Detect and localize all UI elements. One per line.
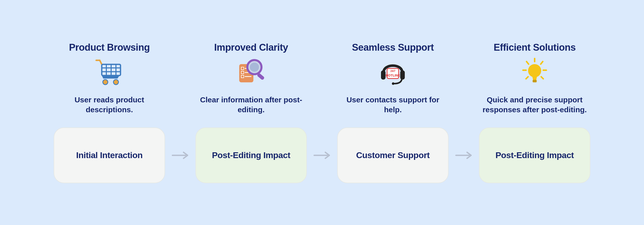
step-product-browsing: Product Browsing User reads product desc… [49,42,170,183]
step-title: Product Browsing [69,42,150,53]
svg-rect-20 [381,70,386,80]
card-label: Initial Interaction [76,150,143,160]
lightbulb-icon [519,57,550,87]
svg-point-17 [250,63,259,72]
svg-point-6 [103,80,108,85]
arrow-icon [312,127,332,183]
svg-line-31 [541,77,543,79]
arrow-icon [454,127,474,183]
step-title: Seamless Support [352,42,434,53]
card-label: Post-Editing Impact [212,150,290,160]
step-improved-clarity: Improved Clarity Clear information after… [190,42,312,183]
svg-line-30 [526,77,528,79]
shopping-cart-icon [94,57,125,87]
step-title: Improved Clarity [214,42,288,53]
card-label: Customer Support [356,150,430,160]
step-description: Clear information after post-editing. [198,89,304,120]
step-description: User contacts support for help. [340,89,446,120]
card-label: Post-Editing Impact [495,150,574,160]
svg-line-27 [541,62,543,64]
arrow-icon [170,127,190,183]
svg-rect-33 [533,80,537,82]
card-customer-support: Customer Support [337,127,449,183]
step-description: User reads product descriptions. [56,89,163,120]
svg-point-32 [528,64,541,77]
svg-rect-21 [400,70,405,80]
step-seamless-support: Seamless Support 24/7 HOTLINE User conta… [332,42,454,183]
headset-hotline-icon: 24/7 HOTLINE [376,57,409,87]
step-description: Quick and precise support responses afte… [481,89,588,120]
svg-line-26 [527,62,529,64]
card-post-editing-impact: Post-Editing Impact [195,127,307,183]
svg-point-22 [392,82,394,85]
card-post-editing-impact: Post-Editing Impact [479,127,590,183]
badge-top: 24/7 [390,70,395,72]
step-title: Efficient Solutions [494,42,576,53]
process-flow: Product Browsing User reads product desc… [18,42,626,183]
svg-point-7 [113,80,118,85]
step-efficient-solutions: Efficient Solutions Quick and precise su… [474,42,595,183]
magnifier-document-icon [235,57,268,87]
badge-main: HOTLINE [386,73,400,77]
card-initial-interaction: Initial Interaction [54,127,165,183]
